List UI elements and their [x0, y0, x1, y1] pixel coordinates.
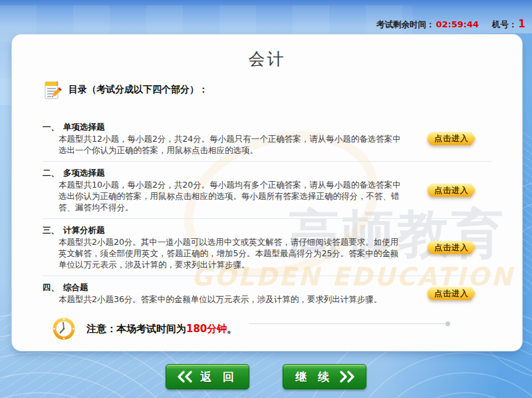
directory-header: 目录（考试分成以下四个部分）： — [43, 80, 491, 100]
section-heading: 四、综合题 — [59, 282, 405, 293]
exam-directory-panel: 高顿教育 GOLDEN EDUCATION 会计 — [12, 35, 522, 351]
header-status-bar: 考试剩余时间：02:59:44 机号：1 — [376, 18, 525, 31]
machine-number: 机号：1 — [492, 18, 525, 31]
double-chevron-left-icon — [177, 371, 193, 383]
section-row-2: 二、多项选择题 本题型共10小题，每小题2分，共20分。每小题均有多个正确答案，… — [43, 161, 491, 218]
remaining-time-value: 02:59:44 — [436, 19, 479, 29]
enter-section-1-button[interactable]: 点击进入 — [428, 132, 475, 145]
section-row-4: 四、综合题 本题型共2小题36分。答案中的金额单位以万元表示，涉及计算的，要求列… — [43, 276, 491, 310]
exam-time-notice: 注意：本场考试时间为180分钟。 — [43, 317, 491, 341]
machine-number-value: 1 — [519, 18, 525, 30]
section-heading: 二、多项选择题 — [59, 167, 405, 178]
clock-icon — [52, 317, 76, 341]
machine-number-label: 机号： — [492, 19, 517, 29]
section-row-3: 三、计算分析题 本题型共2小题20分。其中一道小题可以选用中文或英文解答，请仔细… — [43, 218, 491, 276]
section-list: 一、单项选择题 本题型共12小题，每小题2分，共24分。每小题只有一个正确答案，… — [43, 116, 491, 310]
section-description: 本题型共2小题36分。答案中的金额单位以万元表示，涉及计算的，要求列出计算步骤。 — [59, 294, 405, 305]
notice-duration: 180分钟 — [186, 323, 227, 335]
notice-divider-line — [249, 323, 448, 324]
section-description: 本题型共2小题20分。其中一道小题可以选用中文或英文解答，请仔细阅读答题要求。如… — [59, 236, 405, 270]
remaining-time: 考试剩余时间：02:59:44 — [376, 19, 479, 31]
section-row-1: 一、单项选择题 本题型共12小题，每小题2分，共24分。每小题只有一个正确答案，… — [43, 116, 491, 161]
back-button-label: 返 回 — [199, 369, 238, 385]
page-title: 会计 — [43, 48, 491, 70]
section-heading: 一、单项选择题 — [59, 121, 405, 132]
double-chevron-right-icon — [339, 371, 355, 383]
section-description: 本题型共12小题，每小题2分，共24分。每小题只有一个正确答案，请从每小题的备选… — [59, 133, 405, 156]
enter-section-4-button[interactable]: 点击进入 — [428, 287, 475, 300]
continue-button[interactable]: 继 续 — [283, 364, 366, 389]
continue-button-label: 继 续 — [294, 369, 333, 385]
document-pencil-icon — [43, 80, 63, 100]
enter-section-3-button[interactable]: 点击进入 — [428, 241, 475, 254]
footer-navigation: 返 回 继 续 — [0, 364, 532, 389]
enter-section-2-button[interactable]: 点击进入 — [428, 184, 475, 197]
notice-text: 注意：本场考试时间为180分钟。 — [86, 323, 237, 335]
back-button[interactable]: 返 回 — [166, 364, 249, 389]
directory-label: 目录（考试分成以下四个部分）： — [68, 84, 208, 96]
section-heading: 三、计算分析题 — [59, 224, 405, 236]
exam-app-window: 考试剩余时间：02:59:44 机号：1 高顿教育 GOLDEN EDUCATI… — [0, 0, 532, 398]
remaining-time-label: 考试剩余时间： — [376, 19, 435, 29]
section-description: 本题型共10小题，每小题2分，共20分。每小题均有多个正确答案，请从每小题的备选… — [59, 179, 405, 213]
